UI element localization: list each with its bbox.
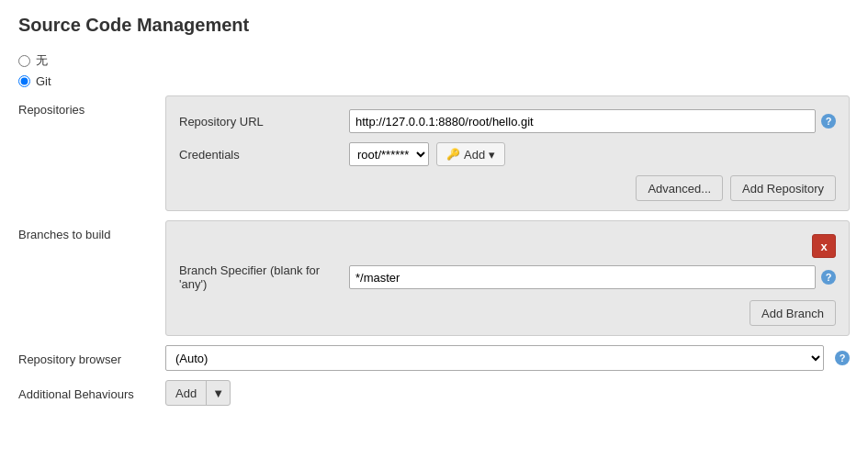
branch-btn-row: Add Branch — [179, 300, 836, 326]
additional-behaviours-content: Add ▼ — [165, 380, 231, 406]
repositories-content: Repository URL ? Credentials root/******… — [165, 95, 850, 211]
repo-browser-content: (Auto) githubweb bitbucketweb gitblit gi… — [165, 345, 850, 371]
branch-specifier-help-icon[interactable]: ? — [821, 270, 836, 285]
repo-browser-help-icon[interactable]: ? — [835, 351, 850, 365]
repo-browser-section: Repository browser (Auto) githubweb bitb… — [18, 345, 850, 371]
add-behaviour-label: Add — [166, 381, 207, 405]
branches-label: Branches to build — [18, 220, 165, 241]
add-repository-button[interactable]: Add Repository — [730, 175, 836, 201]
repo-browser-select[interactable]: (Auto) githubweb bitbucketweb gitblit gi… — [165, 345, 824, 371]
radio-row-git: Git — [18, 74, 850, 88]
branches-section: Branches to build x Branch Specifier (bl… — [18, 220, 850, 336]
additional-behaviours-label: Additional Behaviours — [18, 380, 165, 401]
credentials-row: Credentials root/****** 🔑 Add ▾ — [179, 142, 836, 166]
page-title: Source Code Management — [18, 15, 850, 36]
key-icon: 🔑 — [446, 148, 460, 161]
branch-specifier-input[interactable] — [349, 265, 816, 289]
radio-git-label[interactable]: Git — [36, 74, 51, 88]
branch-close-button[interactable]: x — [812, 234, 836, 258]
repo-url-help-icon[interactable]: ? — [821, 114, 836, 129]
credentials-add-button[interactable]: 🔑 Add ▾ — [436, 142, 505, 166]
radio-git[interactable] — [18, 75, 30, 87]
advanced-button[interactable]: Advanced... — [636, 175, 723, 201]
repo-url-row: Repository URL ? — [179, 109, 836, 133]
add-arrow-icon: ▾ — [489, 148, 495, 162]
credentials-label: Credentials — [179, 148, 349, 162]
branch-specifier-label: Branch Specifier (blank for 'any') — [179, 263, 349, 291]
credentials-select[interactable]: root/****** — [349, 142, 429, 166]
repositories-section: Repositories Repository URL ? Credential… — [18, 95, 850, 211]
branch-close-row: x — [179, 234, 836, 258]
radio-none[interactable] — [18, 55, 30, 67]
repo-browser-label: Repository browser — [18, 345, 165, 366]
add-branch-button[interactable]: Add Branch — [750, 300, 836, 326]
repo-url-input[interactable] — [349, 109, 816, 133]
scm-radio-group: 无 Git — [18, 52, 850, 88]
radio-row-none: 无 — [18, 52, 850, 69]
branch-specifier-row: Branch Specifier (blank for 'any') ? — [179, 263, 836, 291]
repo-buttons-row: Advanced... Add Repository — [179, 175, 836, 201]
credentials-add-label: Add — [464, 148, 485, 162]
repo-url-label: Repository URL — [179, 115, 349, 129]
radio-none-label[interactable]: 无 — [36, 52, 48, 69]
add-behaviour-button[interactable]: Add ▼ — [165, 380, 231, 406]
repositories-label: Repositories — [18, 95, 165, 117]
add-behaviour-arrow-icon: ▼ — [207, 381, 230, 405]
additional-behaviours-section: Additional Behaviours Add ▼ — [18, 380, 850, 406]
branches-content: x Branch Specifier (blank for 'any') ? A… — [165, 220, 850, 336]
